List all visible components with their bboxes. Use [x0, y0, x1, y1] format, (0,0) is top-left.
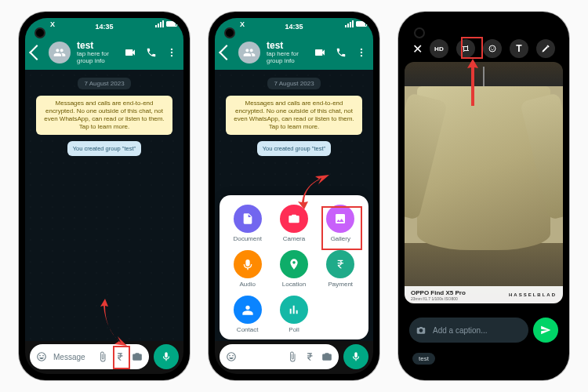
voice-call-icon[interactable] — [336, 47, 347, 58]
add-photo-icon[interactable] — [416, 325, 426, 336]
camera-punch-hole — [414, 27, 425, 38]
x-icon: X — [50, 20, 55, 28]
screen-3: ✕ HD T OPPO Find X5 Pro 23mm f/1.7 1/100… — [405, 18, 563, 374]
svg-point-4 — [361, 52, 362, 53]
svg-point-7 — [491, 48, 492, 49]
system-message: You created group "test" — [67, 141, 142, 156]
crop-rotate-icon[interactable] — [456, 39, 475, 58]
battery-icon — [356, 21, 367, 27]
attach-contact[interactable]: Contact — [234, 296, 262, 333]
emoji-icon[interactable] — [36, 351, 47, 362]
watermark-bar: OPPO Find X5 Pro 23mm f/1.7 1/100s ISO80… — [405, 286, 563, 303]
send-button[interactable] — [533, 318, 558, 343]
video-call-icon[interactable] — [124, 46, 136, 59]
svg-point-3 — [361, 49, 362, 50]
mic-button[interactable] — [343, 344, 368, 369]
attach-payment[interactable]: Payment — [326, 250, 354, 288]
more-icon[interactable] — [356, 47, 367, 58]
attach-icon[interactable] — [97, 351, 108, 362]
group-avatar[interactable] — [49, 42, 71, 64]
encryption-notice[interactable]: Messages and calls are end-to-end encryp… — [36, 96, 172, 135]
date-pill: 7 August 2023 — [78, 78, 130, 89]
svg-point-0 — [171, 49, 172, 50]
message-pill[interactable] — [220, 344, 339, 369]
svg-point-1 — [171, 52, 172, 53]
phone-frame-3: ✕ HD T OPPO Find X5 Pro 23mm f/1.7 1/100… — [398, 12, 569, 380]
editor-toolbar: ✕ HD T — [405, 35, 563, 62]
svg-point-6 — [489, 45, 495, 52]
close-icon[interactable]: ✕ — [412, 42, 423, 56]
status-time: 14:35 — [285, 23, 303, 31]
video-call-icon[interactable] — [314, 46, 326, 59]
more-icon[interactable] — [166, 47, 177, 58]
input-bar — [220, 344, 368, 369]
attach-poll[interactable]: Poll — [280, 296, 308, 333]
battery-icon — [166, 21, 177, 27]
jacket-shape — [417, 86, 550, 250]
camera-icon[interactable] — [132, 351, 143, 362]
phone-frame-2: X 14:35 test tap here for group info — [209, 12, 379, 380]
screen-2: X 14:35 test tap here for group info — [215, 18, 373, 374]
chat-title: test — [77, 41, 118, 51]
recipient-chip[interactable]: test — [412, 353, 435, 365]
group-avatar[interactable] — [238, 42, 260, 64]
system-message: You created group "test" — [257, 141, 332, 156]
rupee-icon[interactable] — [114, 351, 125, 362]
status-bar: X 14:35 — [25, 18, 183, 35]
arrow-attach — [100, 299, 127, 346]
camera-icon[interactable] — [321, 351, 332, 362]
status-bar: X 14:35 — [215, 18, 373, 35]
attach-location[interactable]: Location — [280, 250, 308, 288]
voice-call-icon[interactable] — [146, 47, 157, 58]
caption-pill[interactable]: Add a caption... — [409, 318, 528, 343]
sticker-icon[interactable] — [483, 39, 502, 58]
watermark-model: OPPO Find X5 Pro — [411, 289, 466, 296]
caption-bar: Add a caption... — [409, 318, 558, 343]
attach-gallery[interactable]: Gallery — [326, 205, 354, 242]
rupee-icon[interactable] — [304, 351, 315, 362]
mic-button[interactable] — [154, 344, 179, 369]
caption-input[interactable]: Add a caption... — [433, 326, 522, 335]
x-icon: X — [240, 20, 245, 28]
watermark-meta: 23mm f/1.7 1/100s ISO800 — [411, 296, 466, 301]
arrow-hd — [467, 59, 478, 106]
watermark-brand: HASSELBLAD — [509, 292, 557, 297]
attach-camera[interactable]: Camera — [280, 205, 308, 242]
signal-icon — [155, 20, 164, 27]
chat-title: test — [267, 41, 307, 51]
screen-1: X 14:35 test tap here for group info — [25, 18, 183, 374]
text-icon[interactable]: T — [510, 39, 528, 58]
chat-header[interactable]: test tap here for group info — [25, 35, 183, 70]
attach-icon[interactable] — [287, 351, 298, 362]
signal-icon — [345, 20, 354, 27]
hd-toggle[interactable]: HD — [430, 39, 448, 58]
svg-point-8 — [493, 48, 494, 49]
chat-subtitle: tap here for group info — [77, 51, 118, 65]
svg-point-5 — [361, 55, 362, 56]
attach-panel: Document Camera Gallery Audio Location P… — [220, 195, 368, 339]
draw-icon[interactable] — [536, 39, 555, 58]
chat-subtitle: tap here for group info — [267, 51, 307, 65]
phone-frame-1: X 14:35 test tap here for group info — [19, 12, 190, 380]
arrow-gallery — [298, 175, 329, 209]
encryption-notice[interactable]: Messages and calls are end-to-end encryp… — [226, 96, 362, 135]
back-icon[interactable] — [29, 45, 45, 60]
status-bar — [405, 18, 563, 35]
back-icon[interactable] — [219, 45, 234, 60]
status-time: 14:35 — [95, 23, 113, 31]
attach-audio[interactable]: Audio — [234, 250, 262, 288]
input-bar: Message — [30, 344, 179, 369]
attach-document[interactable]: Document — [233, 205, 261, 242]
message-pill[interactable]: Message — [30, 344, 149, 369]
photo-preview[interactable]: OPPO Find X5 Pro 23mm f/1.7 1/100s ISO80… — [405, 62, 563, 303]
camera-punch-hole — [224, 27, 235, 38]
camera-punch-hole — [34, 27, 45, 38]
emoji-icon[interactable] — [226, 351, 237, 362]
date-pill: 7 August 2023 — [267, 78, 320, 89]
message-input[interactable]: Message — [53, 353, 91, 361]
svg-point-2 — [171, 55, 172, 56]
chat-header[interactable]: test tap here for group info — [215, 35, 373, 70]
